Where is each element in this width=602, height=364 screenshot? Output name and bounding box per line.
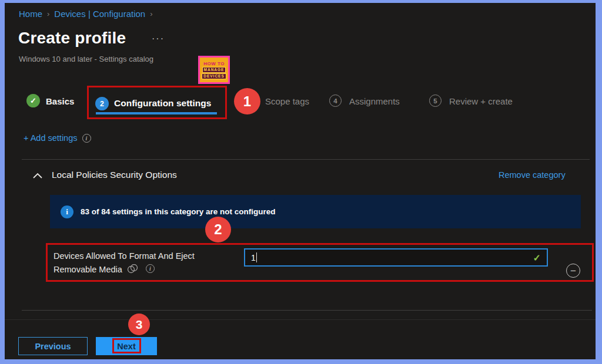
tab-assignments[interactable]: Assignments	[349, 96, 400, 106]
add-settings-link[interactable]: + Add settings	[24, 133, 78, 143]
breadcrumb-separator: ›	[47, 9, 49, 18]
next-button[interactable]: Next	[96, 337, 157, 355]
step-4-badge: 4	[329, 95, 342, 107]
breadcrumb: Home › Devices | Configuration ›	[19, 9, 153, 19]
tab-basics[interactable]: Basics	[46, 96, 74, 106]
annotation-step-3: 3	[128, 314, 150, 335]
previous-button[interactable]: Previous	[18, 337, 88, 355]
setting-label-line2: Removable Media	[53, 265, 122, 274]
page-subtitle: Windows 10 and later - Settings catalog	[19, 55, 153, 63]
breadcrumb-devices-configuration[interactable]: Devices | Configuration	[54, 9, 145, 19]
logo-text-top: HOW TO	[203, 61, 225, 66]
tab-review-create[interactable]: Review + create	[449, 96, 513, 106]
setting-value-input[interactable]: 1 ✓	[244, 248, 548, 267]
valid-check-icon: ✓	[533, 252, 541, 264]
tab-scope-tags[interactable]: Scope tags	[265, 96, 309, 106]
logo-text-devices: DEVICES	[202, 73, 226, 79]
next-annotation-box	[112, 338, 141, 353]
create-profile-page: Home › Devices | Configuration › Create …	[5, 3, 596, 359]
annotation-step-1: 1	[234, 88, 260, 114]
tab-configuration-settings-label: Configuration settings	[114, 98, 211, 109]
collapse-chevron-up-icon[interactable]	[32, 172, 43, 179]
more-options-icon[interactable]: ···	[152, 33, 165, 44]
step-basics-complete-icon: ✓	[26, 94, 40, 107]
info-icon[interactable]: i	[82, 134, 91, 143]
step-2-badge: 2	[95, 97, 109, 110]
logo-text-manage: MANAGE	[202, 67, 226, 73]
not-configured-banner: i 83 of 84 settings in this category are…	[50, 195, 581, 228]
divider	[22, 159, 590, 160]
breadcrumb-home[interactable]: Home	[19, 9, 42, 19]
banner-info-icon: i	[61, 205, 73, 218]
page-title: Create profile	[18, 29, 126, 48]
banner-text: 83 of 84 settings in this category are n…	[81, 207, 276, 216]
remove-category-link[interactable]: Remove category	[499, 170, 566, 180]
howtomanagedevices-logo: HOW TO MANAGE DEVICES	[198, 56, 230, 84]
screenshot-frame: Home › Devices | Configuration › Create …	[0, 0, 602, 364]
add-settings-row: + Add settings i	[24, 133, 91, 143]
setting-label-line1: Devices Allowed To Format And Eject	[53, 251, 195, 261]
step-5-badge: 5	[429, 95, 442, 107]
setting-row: Devices Allowed To Format And Eject Remo…	[46, 243, 594, 282]
divider	[22, 310, 592, 311]
remove-setting-icon[interactable]: −	[566, 264, 580, 278]
footer-divider	[5, 319, 596, 320]
tab-configuration-settings[interactable]: 2 Configuration settings	[87, 86, 227, 119]
text-cursor	[256, 252, 257, 262]
setting-value-text: 1	[251, 253, 256, 262]
setting-label: Devices Allowed To Format And Eject Remo…	[53, 250, 242, 277]
setting-info-icon[interactable]: i	[146, 264, 155, 273]
category-title: Local Policies Security Options	[52, 170, 177, 180]
active-tab-underline	[96, 112, 217, 114]
annotation-step-2: 2	[205, 217, 231, 242]
setting-source-icon[interactable]	[127, 264, 139, 274]
breadcrumb-separator: ›	[150, 9, 152, 18]
